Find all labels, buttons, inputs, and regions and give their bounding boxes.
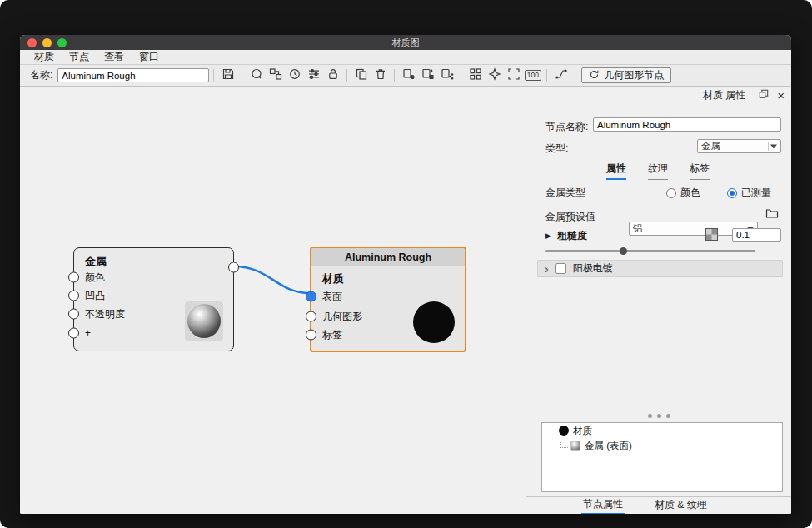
property-tabs: 属性 纹理 标签 (606, 162, 710, 180)
material-node-header: Aluminum Rough (311, 248, 465, 266)
tab-textures[interactable]: 纹理 (648, 162, 668, 180)
settings-button[interactable] (304, 67, 323, 84)
lock-button[interactable] (323, 67, 342, 84)
desktop-background: 材质图 材质 节点 查看 窗口 名称: (0, 0, 812, 528)
material-surface-port-label: 表面 (322, 290, 342, 304)
roughness-value-input[interactable] (732, 228, 781, 242)
metal-color-port[interactable] (68, 272, 79, 283)
material-nodes-icon (402, 67, 416, 84)
metal-type-measured-option[interactable]: 已测量 (727, 186, 771, 200)
material-sphere-icon (250, 67, 263, 84)
fit-view-icon (507, 67, 521, 84)
menu-view[interactable]: 查看 (97, 50, 132, 64)
geometry-node-button[interactable]: 几何图形节点 (581, 67, 671, 83)
window-title: 材质图 (392, 37, 420, 49)
node-name-input[interactable] (593, 117, 781, 132)
material-geometry-port-label: 几何图形 (322, 310, 362, 324)
roughness-expander-icon[interactable]: ▶ (545, 232, 551, 240)
node-name-label: 节点名称: (545, 120, 588, 134)
save-icon (222, 67, 235, 84)
material-label-port[interactable] (306, 330, 316, 341)
tree-row-metal[interactable]: 金属 (表面) (542, 438, 782, 453)
metal-add-port[interactable] (68, 328, 79, 339)
anodized-label: 阳极电镀 (573, 262, 613, 276)
material-surface-port[interactable] (306, 291, 316, 302)
material-node[interactable]: Aluminum Rough 材质 表面 几何图形 标签 (310, 247, 466, 352)
panel-title: 材质 属性 (703, 88, 745, 102)
menu-node[interactable]: 节点 (62, 50, 97, 64)
material-preview-sphere (413, 301, 455, 343)
title-bar[interactable]: 材质图 (20, 35, 791, 50)
material-geometry-port[interactable] (306, 311, 316, 322)
anodized-section[interactable]: › 阳极电镀 (537, 260, 783, 277)
undock-panel-button[interactable] (759, 89, 769, 102)
tree-row-material[interactable]: − 材质 (542, 423, 782, 438)
material-nodes-toggle[interactable] (399, 67, 418, 84)
duplicate-button[interactable] (351, 67, 371, 84)
panel-bottom-tabs: 节点属性 材质 & 纹理 (526, 496, 791, 514)
tab-material-textures[interactable]: 材质 & 纹理 (653, 497, 709, 514)
tab-properties[interactable]: 属性 (606, 162, 626, 180)
connector-style-icon (555, 67, 568, 84)
close-window-button[interactable] (27, 38, 37, 47)
fit-view-button[interactable] (504, 67, 523, 84)
roughness-label: 粗糙度 (557, 229, 587, 243)
tab-node-properties[interactable]: 节点属性 (581, 496, 625, 514)
metal-type-color-option[interactable]: 颜色 (666, 186, 700, 200)
type-dropdown[interactable]: 金属 (697, 139, 781, 153)
roughness-slider-handle[interactable] (620, 247, 627, 255)
node-graph-canvas[interactable]: 金属 颜色 凹凸 不透明度 + Aluminum Rough 材质 (20, 87, 526, 514)
open-preset-folder-button[interactable] (765, 207, 779, 222)
auto-layout-button[interactable] (466, 67, 485, 84)
roughness-slider[interactable] (545, 250, 755, 252)
anodized-checkbox[interactable] (555, 263, 566, 274)
nodes-button[interactable] (266, 67, 285, 84)
radio-unselected-icon (666, 188, 676, 198)
folder-icon (765, 210, 779, 222)
metal-type-color-label: 颜色 (680, 186, 700, 200)
metal-opacity-port[interactable] (68, 309, 79, 320)
splitter-handle[interactable] (648, 414, 670, 418)
collapse-icon[interactable]: − (542, 426, 554, 436)
tab-labels[interactable]: 标签 (690, 162, 710, 180)
close-panel-button[interactable]: × (777, 89, 785, 102)
tree-material-label: 材质 (573, 425, 592, 437)
menu-window[interactable]: 窗口 (132, 50, 167, 64)
zoom-100-icon: 100 (525, 70, 541, 81)
material-graph-window: 材质图 材质 节点 查看 窗口 名称: (20, 35, 791, 514)
texture-nodes-icon (421, 67, 435, 84)
metal-output-port[interactable] (228, 262, 239, 273)
center-graph-button[interactable] (485, 67, 504, 84)
metal-type-measured-label: 已测量 (741, 186, 771, 200)
history-button[interactable] (285, 67, 304, 84)
metal-node[interactable]: 金属 颜色 凹凸 不透明度 + (73, 247, 234, 351)
minimize-window-button[interactable] (42, 38, 52, 47)
restore-icon (759, 90, 769, 102)
window-content: 金属 颜色 凹凸 不透明度 + Aluminum Rough 材质 (20, 87, 791, 514)
texture-nodes-toggle[interactable] (418, 67, 437, 84)
chevron-right-icon: › (545, 263, 549, 275)
material-sphere-button[interactable] (247, 67, 266, 84)
menu-material[interactable]: 材质 (27, 50, 62, 64)
zoom-window-button[interactable] (57, 38, 67, 47)
zoom-100-button[interactable]: 100 (523, 67, 542, 84)
utility-nodes-icon (441, 67, 454, 84)
utility-nodes-toggle[interactable] (437, 67, 456, 84)
save-button[interactable] (218, 67, 237, 84)
metal-add-port-label: + (85, 327, 91, 339)
star-icon (488, 67, 501, 84)
material-sphere-icon (559, 426, 569, 436)
metal-opacity-port-label: 不透明度 (85, 307, 125, 321)
tree-metal-label: 金属 (表面) (585, 440, 632, 452)
roughness-texture-slot-icon[interactable] (705, 228, 718, 243)
metal-bump-port[interactable] (68, 291, 79, 301)
history-icon (288, 67, 301, 84)
material-name-input[interactable] (57, 68, 209, 82)
material-label-port-label: 标签 (322, 328, 342, 342)
nodes-icon (269, 67, 282, 84)
delete-button[interactable] (371, 67, 390, 84)
connector-style-button[interactable] (551, 67, 570, 84)
toolbar: 名称: 100 几 (20, 65, 791, 87)
metal-type-label: 金属类型 (545, 186, 585, 200)
metal-color-port-label: 颜色 (85, 271, 105, 285)
